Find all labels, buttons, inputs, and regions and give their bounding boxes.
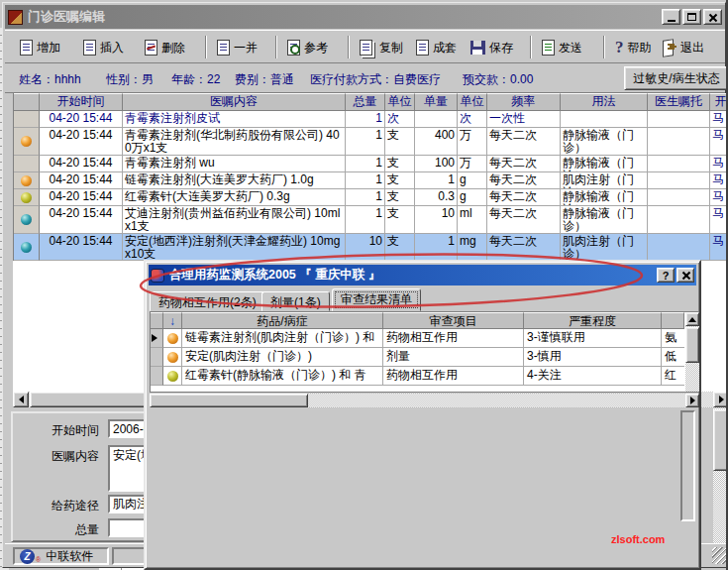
order-row[interactable]: 04-20 15:44 链霉素注射剂(大连美罗大药厂) 1.0g 1 支 1 g… [14,172,728,189]
reference-icon [287,40,300,56]
add-button[interactable]: 增加 [17,35,63,60]
sort-down-icon: ↓ [169,314,175,328]
scroll-right-icon [690,397,695,404]
help-icon: ? [615,38,624,57]
dialog-body-strip [680,410,695,521]
merge-button[interactable]: 一并 [214,35,260,60]
order-row[interactable]: 04-20 15:44 青霉素注射剂皮试 1 次 次 一次性 马 [14,111,728,128]
grid-vertical-scrollbar[interactable] [685,312,699,392]
scroll-up-icon [688,317,696,322]
dialog-tabs: 药物相互作用(2条) 剂量(1条) 审查结果清单 [150,288,697,311]
col-header-frequency[interactable]: 频率 [487,93,561,111]
order-row[interactable]: 04-20 15:44 艾迪注射剂(贵州益佰药业有限公司) 10mlx1支 1 … [14,206,728,234]
send-button[interactable]: 发送 [539,35,585,60]
delete-icon [145,40,157,56]
brand-panel: Z® 中联软件 [13,547,109,565]
dialog-titlebar[interactable]: 合理用药监测系统2005 『 重庆中联 』 ? [149,265,696,285]
tab-review-results[interactable]: 审查结果清单 [332,288,421,311]
severity-ball-icon [167,371,178,382]
scroll-left-icon [19,396,24,403]
col-header-unit[interactable]: 单位 [385,93,415,111]
send-icon [542,40,555,56]
close-icon [708,13,717,22]
col-header-dose[interactable]: 单量 [415,93,458,111]
col-header-total[interactable]: 总量 [346,93,385,111]
toolbar: 增加 插入 删除 一并 参考 复制 成套 保存 发送 ?帮助 退出 [5,30,725,63]
order-row[interactable]: 04-20 15:44 红霉素针(大连美罗大药厂) 0.3g 1 支 0.3 g… [14,189,728,206]
toolbar-separator [348,36,350,58]
patient-age: 年龄：22 [171,71,220,88]
minimize-button[interactable] [662,9,680,25]
patient-gender: 性别：男 [106,71,154,88]
order-row[interactable]: 04-20 15:44 青霉素注射剂 wu 1 支 100 万 每天二次 静脉输… [14,156,728,172]
watermark-text: zlsoft.com [611,533,665,545]
dialog-icon [151,269,164,283]
patient-info-bar: 姓名：hhhh 性别：男 年龄：22 费别：普通 医疗付款方式：自费医疗 预交款… [5,63,725,93]
col-header-start-time[interactable]: 开始时间 [40,93,123,111]
dialog-title: 合理用药监测系统2005 『 重庆中联 』 [169,267,655,284]
set-button[interactable]: 成套 [413,35,460,60]
grid-header-extra [662,312,684,329]
order-row-selected[interactable]: 04-20 15:44 安定(地西泮)注射剂(天津金耀药业) 10mgx10支 … [14,234,728,261]
patient-fee-type: 费别：普通 [235,71,294,88]
merge-icon [217,40,230,56]
scroll-left-button[interactable] [13,392,29,407]
dialog-close-button[interactable] [676,268,694,283]
drug-monitor-dialog: 合理用药监测系统2005 『 重庆中联 』 ? 药物相互作用(2条) 剂量(1条… [144,260,701,570]
brand-text: 中联软件 [46,548,93,565]
tab-dosage[interactable]: 剂量(1条) [261,291,330,311]
help-button[interactable]: ?帮助 [612,35,655,60]
delete-button[interactable]: 删除 [142,35,188,60]
grid-scroll-up-button[interactable] [685,312,699,326]
orders-header-indicator [14,93,40,111]
grid-header-row: ↓ 药品/病症 审查项目 严重程度 [151,312,684,329]
save-button[interactable]: 保存 [468,35,516,60]
toolbar-separator [603,36,605,58]
status-ball-icon [21,192,32,203]
review-row[interactable]: 红霉素针(静脉输液（门诊）) 和 青 药物相互作用 4-关注 红 [151,367,684,386]
app-icon [8,10,23,25]
grid-horizontal-scrollbar[interactable] [150,394,699,407]
grid-scroll-right-button[interactable] [685,394,699,407]
save-icon [470,41,485,55]
start-time-label: 开始时间 [12,422,99,439]
copy-button[interactable]: 复制 [357,35,406,60]
col-header-doctor-note[interactable]: 医生嘱托 [648,93,710,111]
allergy-history-button[interactable]: 过敏史/病生状态 [624,66,728,90]
grid-header-sort[interactable]: ↓ [163,312,182,329]
col-header-dose-unit[interactable]: 单位 [458,93,487,111]
col-header-route[interactable]: 用法 [561,93,648,111]
col-header-content[interactable]: 医嘱内容 [123,93,346,111]
close-button[interactable] [703,9,722,25]
order-row[interactable]: 04-20 15:44 青霉素注射剂(华北制药股份有限公司) 400万x1支 1… [14,128,728,156]
dialog-close-icon [681,271,690,280]
copy-icon [360,40,372,56]
exit-icon [663,40,676,56]
toolbar-separator [530,36,532,58]
main-titlebar[interactable]: 门诊医嘱编辑 [5,5,725,29]
grid-header-item[interactable]: 审查项目 [383,312,524,329]
exit-button[interactable]: 退出 [660,35,707,60]
patient-name: 姓名：hhhh [19,71,81,88]
patient-payment: 医疗付款方式：自费医疗 [310,71,441,88]
minimize-icon [668,20,676,22]
toolbar-separator [275,36,277,58]
insert-button[interactable]: 插入 [80,35,127,60]
severity-ball-icon [167,352,178,363]
set-icon [416,40,429,56]
grid-horizontal-thumb[interactable] [150,394,308,407]
grid-vertical-thumb[interactable] [685,327,699,363]
dialog-help-button[interactable]: ? [657,268,675,283]
reference-button[interactable]: 参考 [284,35,331,60]
tab-interactions[interactable]: 药物相互作用(2条) [150,291,265,311]
patient-prepaid: 预交款：0.00 [463,71,533,88]
review-row[interactable]: 安定(肌肉注射（门诊）) 剂量 3-慎用 低 [151,348,684,367]
status-ball-icon [21,242,32,253]
grid-header-severity[interactable]: 严重程度 [524,312,662,329]
status-ball-icon [21,175,32,186]
grid-header-drug[interactable]: 药品/病症 [182,312,383,329]
route-label: 给药途径 [12,498,99,514]
scroll-right-icon [719,396,724,403]
review-row[interactable]: 链霉素注射剂(肌肉注射（门诊）) 和 药物相互作用 3-谨慎联用 氨 [151,329,684,348]
maximize-button[interactable] [682,9,701,25]
